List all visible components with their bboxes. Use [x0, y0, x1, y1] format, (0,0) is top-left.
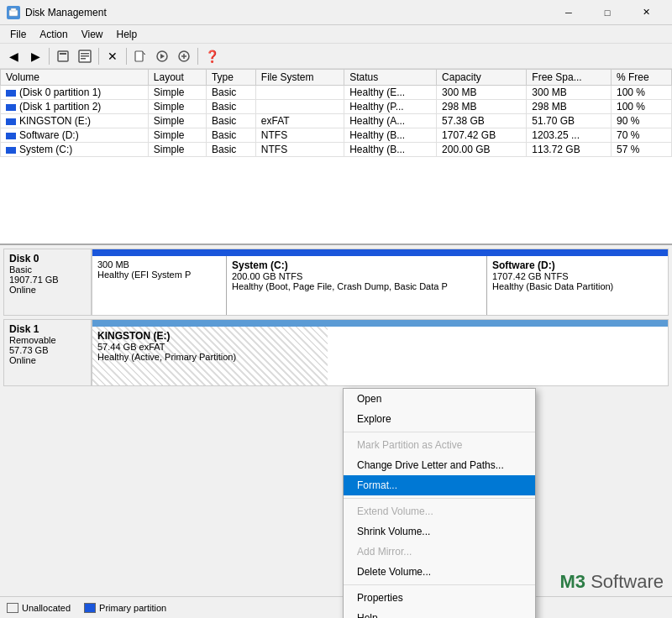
- software-partition-desc: Healthy (Basic Data Partition): [492, 281, 663, 291]
- context-menu-item[interactable]: Change Drive Letter and Paths...: [344, 455, 535, 475]
- cell-type: Basic: [206, 86, 255, 100]
- export-button[interactable]: [130, 46, 150, 66]
- svg-rect-2: [58, 51, 68, 61]
- cell-layout: Simple: [148, 143, 206, 157]
- software-partition-name: Software (D:): [492, 259, 663, 271]
- table-row[interactable]: Software (D:) Simple Basic NTFS Healthy …: [1, 128, 672, 143]
- disk-0-color-bar: [92, 249, 668, 256]
- context-menu-item[interactable]: Delete Volume...: [344, 562, 535, 582]
- col-type[interactable]: Type: [206, 70, 255, 86]
- menu-action[interactable]: Action: [33, 27, 74, 42]
- disk-0-type: Basic: [9, 264, 86, 275]
- context-menu-item[interactable]: Open: [344, 389, 535, 409]
- context-menu-item: Extend Volume...: [344, 501, 535, 521]
- menu-bar: File Action View Help: [0, 25, 672, 44]
- cell-pct: 100 %: [612, 86, 672, 100]
- col-status[interactable]: Status: [344, 70, 437, 86]
- context-menu-item[interactable]: Properties: [344, 588, 535, 608]
- disk-1-size: 57.73 GB: [9, 345, 86, 355]
- context-menu-separator: [344, 432, 535, 432]
- cell-free: 298 MB: [527, 100, 612, 114]
- context-menu-item[interactable]: Shrink Volume...: [344, 521, 535, 542]
- disk-0-status: Online: [9, 285, 86, 295]
- context-menu-item[interactable]: Explore: [344, 409, 535, 429]
- disk-1-type: Removable: [9, 335, 86, 345]
- menu-file[interactable]: File: [3, 27, 33, 42]
- col-pctfree[interactable]: % Free: [612, 70, 672, 86]
- table-row[interactable]: KINGSTON (E:) Simple Basic exFAT Healthy…: [1, 114, 672, 128]
- minimize-button[interactable]: ─: [549, 0, 588, 25]
- cell-type: Basic: [206, 114, 255, 128]
- maximize-button[interactable]: □: [588, 0, 627, 25]
- disk-1-label: Disk 1 Removable 57.73 GB Online: [3, 319, 92, 386]
- legend-bar: Unallocated Primary partition M3 Softwar…: [0, 596, 672, 618]
- context-menu-item[interactable]: Format...: [344, 475, 535, 495]
- col-capacity[interactable]: Capacity: [437, 70, 527, 86]
- svg-marker-12: [160, 54, 165, 59]
- main-content: Volume Layout Type File System Status Ca…: [0, 69, 672, 618]
- cell-status: Healthy (A...: [344, 114, 437, 128]
- menu-view[interactable]: View: [75, 27, 110, 42]
- kingston-partition-size: 57.44 GB exFAT: [97, 342, 323, 352]
- cell-volume: (Disk 0 partition 1): [1, 86, 149, 100]
- table-row[interactable]: (Disk 1 partition 2) Simple Basic Health…: [1, 100, 672, 114]
- efi-desc: Healthy (EFI System P: [97, 270, 221, 280]
- cell-fs: [255, 86, 344, 100]
- legend-primary-label: Primary partition: [99, 603, 166, 613]
- disk-1-name: Disk 1: [9, 323, 86, 335]
- context-menu-item[interactable]: Help: [344, 608, 535, 618]
- menu-help[interactable]: Help: [110, 27, 144, 42]
- forward-button[interactable]: ▶: [25, 46, 45, 66]
- cell-status: Healthy (B...: [344, 143, 437, 157]
- legend-unalloc-label: Unallocated: [22, 603, 71, 613]
- cell-pct: 70 %: [612, 128, 672, 143]
- system-partition-name: System (C:): [232, 259, 481, 271]
- context-menu-separator: [344, 584, 535, 585]
- help-toolbar-button[interactable]: ❓: [202, 46, 222, 66]
- disk-1-kingston-partition[interactable]: KINGSTON (E:) 57.44 GB exFAT Healthy (Ac…: [92, 327, 328, 385]
- software-partition-size: 1707.42 GB NTFS: [492, 271, 663, 281]
- efi-size: 300 MB: [97, 259, 221, 270]
- cell-layout: Simple: [148, 128, 206, 143]
- disk-0-efi-partition[interactable]: 300 MB Healthy (EFI System P: [92, 256, 227, 315]
- back-button[interactable]: ◀: [3, 46, 24, 66]
- cell-layout: Simple: [148, 114, 206, 128]
- disk-1-status: Online: [9, 355, 86, 365]
- legend-primary: Primary partition: [84, 603, 166, 613]
- disk-0-system-partition[interactable]: System (C:) 200.00 GB NTFS Healthy (Boot…: [227, 256, 487, 315]
- disk-0-partitions: 300 MB Healthy (EFI System P System (C:)…: [92, 249, 669, 316]
- cell-pct: 100 %: [612, 100, 672, 114]
- system-partition-desc: Healthy (Boot, Page File, Crash Dump, Ba…: [232, 281, 481, 291]
- svg-rect-1: [11, 8, 16, 11]
- disk-0-label: Disk 0 Basic 1907.71 GB Online: [3, 249, 92, 316]
- table-row[interactable]: (Disk 0 partition 1) Simple Basic Health…: [1, 86, 672, 100]
- table-row[interactable]: System (C:) Simple Basic NTFS Healthy (B…: [1, 143, 672, 157]
- import2-button[interactable]: [174, 46, 194, 66]
- col-layout[interactable]: Layout: [148, 70, 206, 86]
- delete-button[interactable]: ✕: [102, 46, 123, 66]
- context-menu-separator: [344, 498, 535, 499]
- app-icon: [7, 6, 20, 19]
- svg-rect-6: [81, 55, 89, 57]
- cell-capacity: 298 MB: [437, 100, 527, 114]
- title-bar: Disk Management ─ □ ✕: [0, 0, 672, 25]
- cell-fs: [255, 100, 344, 114]
- close-button[interactable]: ✕: [627, 0, 665, 25]
- up-button[interactable]: [53, 46, 73, 66]
- row-icon: [6, 118, 16, 125]
- context-menu-item: Add Mirror...: [344, 542, 535, 562]
- disk-0-row: Disk 0 Basic 1907.71 GB Online 300 MB He…: [3, 249, 669, 316]
- disk-0-size: 1907.71 GB: [9, 275, 86, 285]
- context-menu-item: Mark Partition as Active: [344, 435, 535, 455]
- svg-rect-8: [135, 51, 143, 61]
- col-volume[interactable]: Volume: [1, 70, 149, 86]
- cell-type: Basic: [206, 143, 255, 157]
- import-button[interactable]: [152, 46, 172, 66]
- disk-1-partitions-row: KINGSTON (E:) 57.44 GB exFAT Healthy (Ac…: [92, 327, 668, 385]
- col-freespace[interactable]: Free Spa...: [527, 70, 612, 86]
- properties-button[interactable]: [75, 46, 95, 66]
- disk-0-software-partition[interactable]: Software (D:) 1707.42 GB NTFS Healthy (B…: [487, 256, 668, 315]
- col-filesystem[interactable]: File System: [255, 70, 344, 86]
- cell-status: Healthy (B...: [344, 128, 437, 143]
- cell-pct: 90 %: [612, 114, 672, 128]
